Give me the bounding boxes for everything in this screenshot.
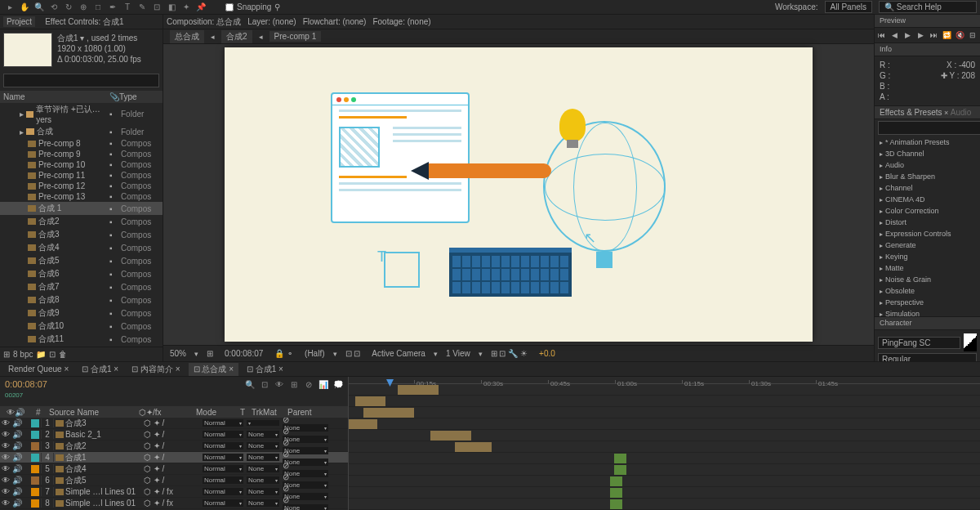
project-item[interactable]: 合成11▪Compos <box>0 333 163 346</box>
search-help-input[interactable]: 🔍 Search Help <box>879 1 977 13</box>
new-comp-icon[interactable]: ⊡ <box>49 350 56 359</box>
effect-controls-tab[interactable]: Effect Controls: 合成1 <box>42 16 127 29</box>
timeline-tab[interactable]: ⊡ 合成1 × <box>242 363 288 376</box>
effect-category[interactable]: Perspective <box>875 297 980 308</box>
selection-tool-icon[interactable]: ▸ <box>3 1 16 14</box>
project-item[interactable]: 合成8▪Compos <box>0 293 163 306</box>
mute-icon[interactable]: 🔇 <box>954 29 965 41</box>
composition-panel-tab[interactable]: Composition: 总合成 <box>167 16 241 28</box>
brainstorm-icon[interactable]: 💭 <box>332 378 345 391</box>
zoom-dropdown[interactable]: 50% <box>167 348 189 359</box>
exposure-value[interactable]: +0.0 <box>536 348 559 359</box>
effect-category[interactable]: Noise & Grain <box>875 274 980 285</box>
breadcrumb-item[interactable]: 合成2 <box>221 30 252 43</box>
color-swatch[interactable] <box>964 333 977 351</box>
first-frame-icon[interactable]: ⏮ <box>876 29 888 41</box>
resolution-dropdown[interactable]: (Half) <box>301 348 327 359</box>
project-item[interactable]: Pre-comp 11▪Compos <box>0 170 163 181</box>
project-item[interactable]: ▸ 合成▪Folder <box>0 125 163 138</box>
layer-panel-tab[interactable]: Layer: (none) <box>247 17 296 26</box>
effects-list[interactable]: * Animation Presets3D ChannelAudioBlur &… <box>875 136 980 316</box>
play-icon[interactable]: ▶ <box>902 29 914 41</box>
project-item[interactable]: 合成 1▪Compos <box>0 202 163 215</box>
trash-icon[interactable]: 🗑 <box>59 350 67 359</box>
effects-search-input[interactable] <box>878 121 980 135</box>
rect-tool-icon[interactable]: □ <box>91 1 105 14</box>
flowchart-panel-tab[interactable]: Flowchart: (none) <box>303 17 367 26</box>
bpc-toggle[interactable]: 8 bpc <box>13 350 33 359</box>
project-item[interactable]: 合成4▪Compos <box>0 241 163 254</box>
timeline-timecode[interactable]: 0:00:08:07 <box>0 377 65 391</box>
timeline-tracks[interactable] <box>349 384 980 510</box>
project-item[interactable]: 合成2▪Compos <box>0 215 163 228</box>
project-item[interactable]: Pre-comp 13▪Compos <box>0 191 163 202</box>
timeline-tab[interactable]: ⊡ 内容简介 × <box>127 363 185 376</box>
playhead[interactable] <box>390 380 390 383</box>
effect-category[interactable]: Distort <box>875 217 980 228</box>
breadcrumb-item[interactable]: Pre-comp 1 <box>270 31 322 42</box>
project-tab[interactable]: Project <box>3 16 35 27</box>
project-item[interactable]: ▸ 章节评情 +已认…yers▪Folder <box>0 103 163 125</box>
effect-category[interactable]: Obsolete <box>875 285 980 297</box>
effect-category[interactable]: Matte <box>875 262 980 274</box>
puppet-tool-icon[interactable]: 📌 <box>194 1 207 14</box>
motion-blur-icon[interactable]: ⊘ <box>302 378 315 391</box>
effect-category[interactable]: Expression Controls <box>875 228 980 239</box>
interpret-icon[interactable]: ⊞ <box>3 350 10 359</box>
last-frame-icon[interactable]: ⏭ <box>929 29 940 41</box>
rotate-tool-icon[interactable]: ↻ <box>62 1 75 14</box>
footage-panel-tab[interactable]: Footage: (none) <box>372 17 430 26</box>
project-item[interactable]: 合成9▪Compos <box>0 306 163 320</box>
next-frame-icon[interactable]: ▶ <box>915 29 927 41</box>
shy-icon[interactable]: 👁 <box>273 378 286 391</box>
breadcrumb-item[interactable]: 总合成 <box>170 30 204 43</box>
layer-list[interactable]: 👁 🔊1合成3⬡ ✦ / Normal⊘ None👁 🔊2Basic 2_1⬡ … <box>0 418 348 510</box>
project-item[interactable]: Pre-comp 12▪Compos <box>0 181 163 191</box>
orbit-tool-icon[interactable]: ⟲ <box>47 1 60 14</box>
project-item[interactable]: Pre-comp 9▪Compos <box>0 149 163 159</box>
text-tool-icon[interactable]: T <box>121 1 134 14</box>
ram-preview-icon[interactable]: ⊟ <box>967 29 978 41</box>
project-item[interactable]: Pre-comp 10▪Compos <box>0 159 163 170</box>
comp-mini-icon[interactable]: ⊡ <box>258 378 271 391</box>
effect-category[interactable]: Color Correction <box>875 205 980 217</box>
prev-frame-icon[interactable]: ◀ <box>889 29 901 41</box>
eraser-tool-icon[interactable]: ◧ <box>165 1 178 14</box>
effect-category[interactable]: CINEMA 4D <box>875 194 980 205</box>
anchor-tool-icon[interactable]: ⊕ <box>77 1 90 14</box>
project-item[interactable]: 合成6▪Compos <box>0 267 163 280</box>
view-dropdown[interactable]: 1 View <box>443 348 474 359</box>
roto-tool-icon[interactable]: ✦ <box>180 1 193 14</box>
camera-dropdown[interactable]: Active Camera <box>368 348 429 359</box>
project-item[interactable]: Pre-comp 8▪Compos <box>0 138 163 149</box>
effect-category[interactable]: Audio <box>875 159 980 171</box>
project-item[interactable]: 合成7▪Compos <box>0 280 163 293</box>
effect-category[interactable]: Channel <box>875 182 980 194</box>
project-search-input[interactable] <box>3 74 159 87</box>
search-layers-icon[interactable]: 🔍 <box>243 378 256 391</box>
font-dropdown[interactable]: PingFang SC <box>878 337 960 349</box>
project-item[interactable]: 合成10▪Compos <box>0 320 163 333</box>
frame-blend-icon[interactable]: ⊞ <box>287 378 301 391</box>
timeline-tab[interactable]: Render Queue × <box>3 364 74 374</box>
stamp-tool-icon[interactable]: ⊡ <box>150 1 163 14</box>
project-item[interactable]: 合成5▪Compos <box>0 254 163 267</box>
effect-category[interactable]: * Animation Presets <box>875 136 980 148</box>
effect-category[interactable]: Generate <box>875 239 980 251</box>
effect-category[interactable]: Simulation <box>875 308 980 316</box>
brush-tool-icon[interactable]: ✎ <box>136 1 149 14</box>
workspace-dropdown[interactable]: All Panels <box>825 1 872 13</box>
timeline-tab[interactable]: ⊡ 总合成 × <box>189 363 238 376</box>
composition-viewer[interactable]: ↖ <box>163 44 874 345</box>
new-folder-icon[interactable]: 📁 <box>36 350 46 359</box>
project-tree[interactable]: ▸ 章节评情 +已认…yers▪Folder▸ 合成▪Folder Pre-co… <box>0 103 163 347</box>
snapping-toggle[interactable]: Snapping⚲ <box>225 2 280 11</box>
zoom-tool-icon[interactable]: 🔍 <box>33 1 46 14</box>
effect-category[interactable]: Blur & Sharpen <box>875 171 980 182</box>
effect-category[interactable]: 3D Channel <box>875 148 980 159</box>
pen-tool-icon[interactable]: ✒ <box>106 1 119 14</box>
project-item[interactable]: 合成3▪Compos <box>0 228 163 241</box>
effect-category[interactable]: Keying <box>875 251 980 262</box>
hand-tool-icon[interactable]: ✋ <box>18 1 31 14</box>
timeline-tab[interactable]: ⊡ 合成1 × <box>77 363 123 376</box>
